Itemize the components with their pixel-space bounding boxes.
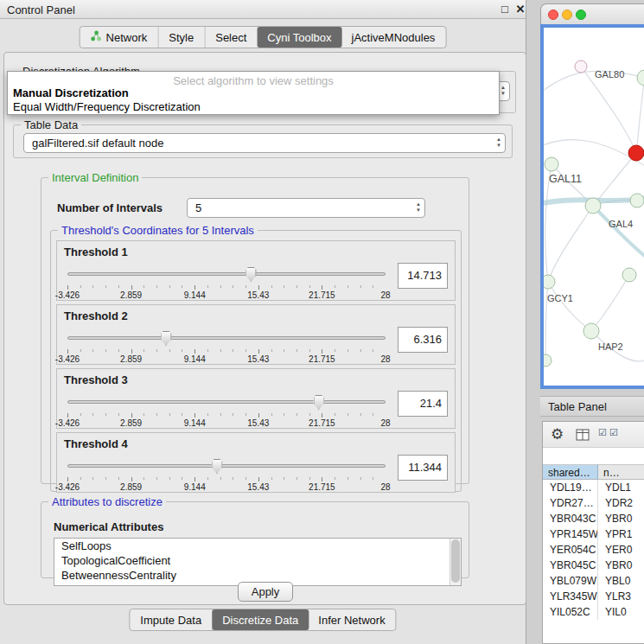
- slider-tick-labels: -3.4262.8599.14415.4321.71528: [67, 482, 386, 493]
- tick-label: 9.144: [184, 418, 206, 428]
- number-of-intervals-label: Number of Intervals: [57, 201, 163, 214]
- table-row[interactable]: YBR043CYBR0: [543, 511, 644, 526]
- apply-button[interactable]: Apply: [238, 582, 293, 602]
- combo-arrows-icon: ▲▼: [501, 85, 506, 97]
- tab-style[interactable]: Style: [158, 27, 205, 48]
- table-cell: YIL052C: [543, 604, 598, 620]
- threshold-1-slider[interactable]: [67, 267, 386, 283]
- threshold-value-field[interactable]: 6.316: [398, 327, 448, 353]
- close-traffic-light[interactable]: [548, 10, 558, 20]
- attribute-item[interactable]: BetweennessCentrality: [54, 568, 461, 583]
- tab-network[interactable]: Network: [80, 27, 159, 48]
- network-canvas[interactable]: GAL80 GAL11 GAL4 GCY1 HAP2: [540, 24, 644, 389]
- tab-label: Network: [106, 31, 148, 44]
- attribute-item[interactable]: TopologicalCoefficient: [54, 553, 461, 568]
- checkbox-icon[interactable]: ☑: [598, 427, 607, 438]
- table-columns-icon[interactable]: [576, 429, 590, 443]
- table-data-combobox[interactable]: galFiltered.sif default node ▲▼: [23, 133, 506, 153]
- table-row[interactable]: YDL19…YDL1: [543, 480, 644, 495]
- tick-label: 21.715: [309, 482, 335, 492]
- tab-discretize-data[interactable]: Discretize Data: [212, 609, 309, 630]
- number-of-intervals-combobox[interactable]: 5 ▲▼: [187, 198, 425, 218]
- tab-impute-data[interactable]: Impute Data: [130, 609, 213, 630]
- slider-tick-labels: -3.4262.8599.14415.4321.71528: [67, 290, 386, 301]
- attributes-scrollbar[interactable]: [450, 539, 461, 585]
- network-node[interactable]: [544, 354, 552, 367]
- network-node[interactable]: [630, 194, 644, 207]
- table-row[interactable]: YBR045CYBR0: [543, 558, 644, 573]
- table-data-value: galFiltered.sif default node: [32, 137, 163, 150]
- algorithm-option-equal-width[interactable]: Equal Width/Frequency Discretization: [13, 100, 201, 113]
- threshold-4-slider[interactable]: [67, 459, 386, 475]
- threshold-3-slider[interactable]: [67, 395, 386, 411]
- threshold-label: Threshold 4: [64, 437, 128, 450]
- table-row[interactable]: YDR27…YDR2: [543, 495, 644, 511]
- combo-arrows-icon: ▲▼: [496, 137, 501, 149]
- float-window-icon[interactable]: □: [498, 3, 512, 16]
- network-node[interactable]: [583, 323, 599, 339]
- column-header-name[interactable]: n…: [598, 464, 644, 480]
- tab-label: Discretize Data: [222, 614, 298, 627]
- minimize-traffic-light[interactable]: [562, 10, 572, 20]
- table-cell: YLR345W: [543, 589, 598, 604]
- table-row[interactable]: YER054CYER0: [543, 542, 644, 558]
- checkbox-icon[interactable]: ☑: [609, 427, 618, 438]
- zoom-traffic-light[interactable]: [576, 10, 586, 20]
- network-node[interactable]: [622, 268, 636, 282]
- tick-label: 21.715: [309, 290, 335, 300]
- slider-track: [67, 400, 386, 404]
- table-row[interactable]: YLR345WYLR3: [543, 589, 644, 604]
- tick-label: 15.43: [247, 354, 269, 364]
- node-label-gal80: GAL80: [595, 69, 624, 80]
- control-panel: Control Panel □ ✕ Network Style Select C…: [0, 0, 526, 644]
- selected-network-node[interactable]: [628, 145, 644, 161]
- tab-label: Select: [215, 31, 246, 44]
- algorithm-option-manual[interactable]: Manual Discretization: [13, 86, 129, 99]
- threshold-4-box: Threshold 4 -3.4262.8599.14415.4321.7152…: [56, 432, 456, 493]
- attributes-list[interactable]: SelfLoopsTopologicalCoefficientBetweenne…: [54, 538, 462, 586]
- slider-track: [67, 272, 386, 276]
- tick-label: 28: [380, 290, 390, 300]
- table-cell: YPR145W: [543, 526, 598, 542]
- table-cell: YBR045C: [543, 558, 598, 573]
- scrollbar-thumb[interactable]: [451, 539, 460, 583]
- tick-label: 28: [380, 482, 390, 492]
- table-cell: YBR043C: [543, 511, 598, 526]
- tab-jactivemnodules[interactable]: jActiveMNodules: [341, 27, 446, 48]
- slider-thumb[interactable]: [245, 267, 257, 282]
- node-label-gcy1: GCY1: [547, 293, 573, 303]
- network-node[interactable]: [545, 157, 558, 171]
- table-cell: YDL19…: [543, 480, 598, 495]
- threshold-1-box: Threshold 1 -3.4262.8599.14415.4321.7152…: [56, 240, 456, 301]
- attribute-item[interactable]: SelfLoops: [54, 539, 461, 553]
- slider-ticks: [67, 477, 386, 481]
- tick-label: 21.715: [309, 418, 335, 428]
- slider-thumb[interactable]: [161, 331, 172, 346]
- slider-thumb[interactable]: [313, 395, 324, 410]
- network-node[interactable]: [637, 70, 644, 86]
- column-header-shared-name[interactable]: shared…: [543, 464, 598, 480]
- network-node[interactable]: [575, 61, 587, 73]
- tab-cyni-toolbox[interactable]: Cyni Toolbox: [257, 27, 341, 48]
- tab-infer-network[interactable]: Infer Network: [308, 609, 395, 630]
- network-node[interactable]: [585, 198, 601, 214]
- tab-label: Impute Data: [140, 614, 201, 627]
- tick-label: 2.859: [120, 290, 142, 300]
- table-row[interactable]: YBL079WYBL0: [543, 573, 644, 589]
- network-icon: [91, 30, 102, 44]
- tab-select[interactable]: Select: [205, 27, 258, 48]
- tab-label: jActiveMNodules: [352, 31, 436, 44]
- table-cell: YLR3: [598, 589, 644, 604]
- table-row[interactable]: YPR145WYPR1: [543, 526, 644, 542]
- table-row[interactable]: YIL052CYIL0: [543, 604, 644, 620]
- threshold-value-field[interactable]: 21.4: [398, 391, 448, 417]
- network-node[interactable]: [544, 275, 555, 289]
- table-data-group: Table Data galFiltered.sif default node …: [13, 118, 513, 158]
- threshold-value-field[interactable]: 14.713: [398, 263, 448, 289]
- slider-thumb[interactable]: [211, 459, 222, 474]
- close-icon[interactable]: ✕: [513, 3, 527, 16]
- threshold-value-field[interactable]: 11.344: [398, 455, 448, 481]
- gear-icon[interactable]: ⚙: [551, 425, 564, 443]
- table-cell: YPR1: [598, 526, 644, 542]
- threshold-2-slider[interactable]: [67, 331, 386, 347]
